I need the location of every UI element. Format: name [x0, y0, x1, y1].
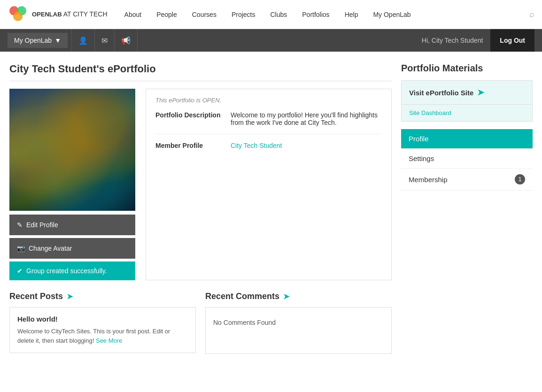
success-message: ✔ Group created successfully.	[9, 261, 135, 280]
page-title: City Tech Student's ePortfolio	[9, 63, 392, 81]
recent-comments-icon[interactable]: ➤	[283, 292, 289, 301]
portfolio-area: ✎ Edit Profile 📷 Change Avatar ✔ Group c…	[9, 89, 392, 280]
checkmark-icon: ✔	[17, 267, 23, 275]
nav-people[interactable]: People	[149, 0, 185, 29]
avatar-column: ✎ Edit Profile 📷 Change Avatar ✔ Group c…	[9, 89, 136, 280]
portfolio-description-label: Portfolio Description	[155, 111, 221, 126]
edit-profile-button[interactable]: ✎ Edit Profile	[9, 215, 135, 235]
recent-posts-icon[interactable]: ➤	[67, 292, 73, 301]
avatar-image-box	[9, 89, 135, 211]
logo-area[interactable]: OPENLAB AT CITY TECH	[8, 4, 108, 25]
visit-eportfolio-icon: ➤	[477, 87, 484, 98]
recent-section: Recent Posts ➤ Hello world! Welcome to C…	[9, 292, 392, 354]
messages-icon[interactable]: ✉	[95, 29, 115, 52]
right-sidebar: Portfolio Materials Visit ePortfolio Sit…	[401, 63, 533, 354]
chevron-down-icon: ▼	[54, 37, 61, 44]
nav-links: About People Courses Projects Clubs Port…	[117, 0, 529, 29]
portfolio-materials-title: Portfolio Materials	[401, 63, 533, 74]
svg-point-2	[13, 12, 23, 21]
main-content: City Tech Student's ePortfolio ✎ Edit Pr…	[0, 52, 542, 365]
post-title: Hello world!	[17, 315, 188, 323]
visit-eportfolio-button[interactable]: Visit ePortfolio Site ➤	[401, 80, 533, 105]
pencil-icon: ✎	[17, 221, 23, 229]
logout-button[interactable]: Log Out	[490, 29, 534, 52]
my-openlab-button[interactable]: My OpenLab ▼	[8, 33, 68, 48]
avatar-image	[9, 89, 135, 211]
nav-help[interactable]: Help	[337, 0, 366, 29]
portfolio-description-row: Portfolio Description Welcome to my port…	[155, 111, 382, 134]
second-nav-right: Hi, City Tech Student Log Out	[422, 29, 534, 52]
left-column: City Tech Student's ePortfolio ✎ Edit Pr…	[9, 63, 392, 354]
member-profile-value: City Tech Student	[231, 142, 382, 149]
recent-posts-header: Recent Posts ➤	[9, 292, 196, 301]
member-profile-row: Member Profile City Tech Student	[155, 142, 382, 149]
search-icon[interactable]: ⌕	[529, 9, 534, 19]
post-card: Hello world! Welcome to CityTech Sites. …	[9, 307, 196, 353]
portfolio-info-panel: This ePortfolio is OPEN. Portfolio Descr…	[146, 89, 392, 280]
logo-text: OPENLAB AT CITY TECH	[32, 10, 108, 18]
no-comments-text: No Comments Found	[213, 319, 276, 326]
change-avatar-button[interactable]: 📷 Change Avatar	[9, 238, 135, 259]
nav-myopenlab[interactable]: My OpenLab	[365, 0, 418, 29]
sidebar-item-membership[interactable]: Membership 1	[401, 169, 533, 191]
second-nav-icons: 👤 ✉ 📢	[71, 29, 138, 52]
sidebar-menu: Profile Settings Membership 1	[401, 129, 533, 191]
top-nav: OPENLAB AT CITY TECH About People Course…	[0, 0, 542, 29]
recent-comments-header: Recent Comments ➤	[205, 292, 392, 301]
camera-icon: 📷	[17, 245, 25, 252]
portfolio-open-label: This ePortfolio is OPEN.	[155, 97, 382, 104]
recent-posts-column: Recent Posts ➤ Hello world! Welcome to C…	[9, 292, 196, 354]
site-dashboard-link[interactable]: Site Dashboard	[401, 105, 533, 122]
see-more-link[interactable]: See More	[96, 337, 122, 344]
second-nav: My OpenLab ▼ 👤 ✉ 📢 Hi, City Tech Student…	[0, 29, 542, 52]
member-profile-link[interactable]: City Tech Student	[231, 142, 282, 149]
nav-courses[interactable]: Courses	[185, 0, 224, 29]
greeting-text: Hi, City Tech Student	[422, 37, 490, 44]
nav-clubs[interactable]: Clubs	[263, 0, 294, 29]
nav-projects[interactable]: Projects	[224, 0, 263, 29]
sidebar-item-settings[interactable]: Settings	[401, 149, 533, 169]
logo-icon	[8, 4, 28, 25]
no-comments-box: No Comments Found	[205, 307, 392, 354]
membership-badge: 1	[515, 174, 525, 184]
recent-comments-column: Recent Comments ➤ No Comments Found	[205, 292, 392, 354]
profile-icon[interactable]: 👤	[71, 29, 95, 52]
sidebar-item-profile[interactable]: Profile	[401, 129, 533, 149]
nav-about[interactable]: About	[117, 0, 149, 29]
notifications-icon[interactable]: 📢	[115, 29, 138, 52]
portfolio-description-value: Welcome to my portfolio! Here you'll fin…	[231, 111, 382, 126]
member-profile-label: Member Profile	[155, 142, 221, 149]
post-excerpt: Welcome to CityTech Sites. This is your …	[17, 327, 188, 345]
nav-portfolios[interactable]: Portfolios	[294, 0, 337, 29]
